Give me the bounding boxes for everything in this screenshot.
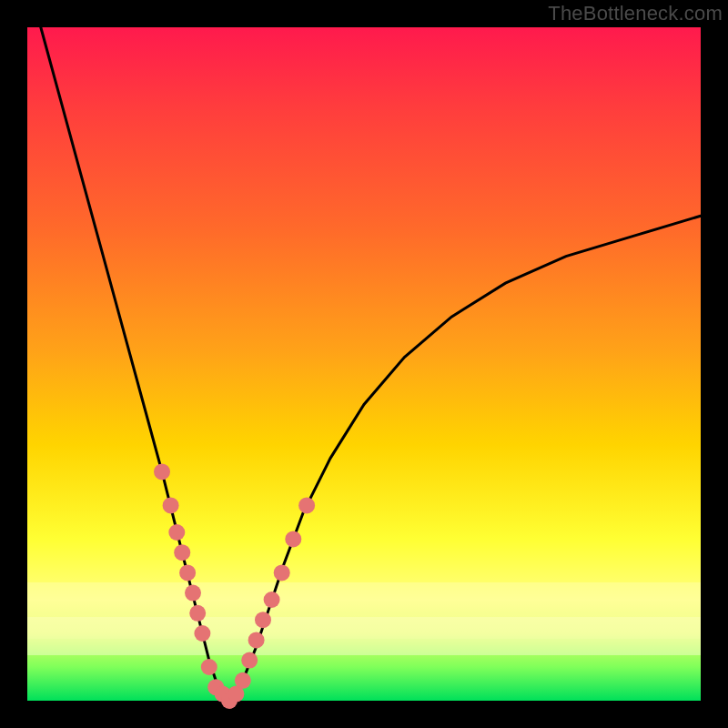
plot-area <box>27 27 701 701</box>
curve-marker <box>189 605 206 622</box>
curve-marker <box>241 652 258 669</box>
curve-marker <box>255 612 271 628</box>
curve-marker <box>163 497 179 513</box>
curve-marker <box>174 544 190 561</box>
curve-marker <box>179 564 196 581</box>
curve-marker <box>248 632 265 648</box>
chart-frame: TheBottleneck.com <box>0 0 728 728</box>
curve-marker <box>264 592 280 608</box>
watermark-text: TheBottleneck.com <box>548 2 723 25</box>
marker-group <box>154 463 315 709</box>
curve-marker <box>185 585 201 602</box>
curve-marker <box>154 463 170 480</box>
bottleneck-curve <box>41 27 701 701</box>
curve-marker <box>274 564 290 581</box>
curve-marker <box>235 672 251 689</box>
curve-marker <box>194 625 210 642</box>
curve-marker <box>285 531 301 547</box>
curve-layer <box>27 27 701 701</box>
curve-marker <box>168 524 185 541</box>
curve-marker <box>201 659 217 675</box>
curve-marker <box>298 497 315 513</box>
